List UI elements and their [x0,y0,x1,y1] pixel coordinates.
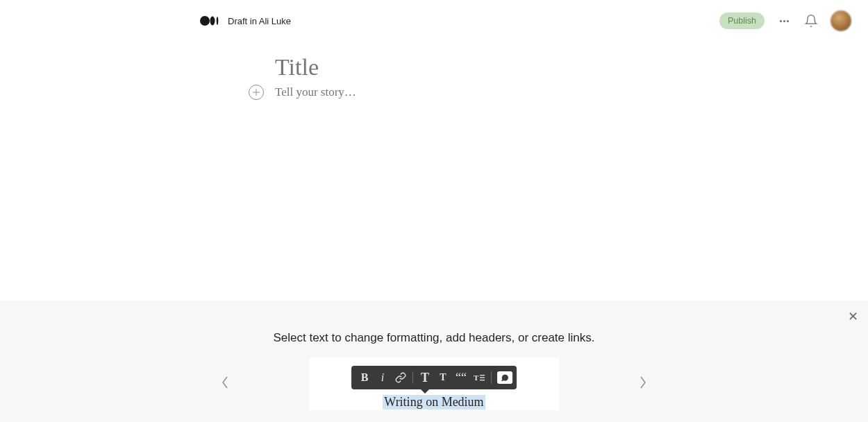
toolbar-separator [491,371,492,384]
draft-label: Draft in Ali Luke [228,16,291,26]
svg-rect-7 [480,378,485,378]
hint-preview-card: B i T T ““ T [309,357,559,410]
header: Draft in Ali Luke Publish [0,0,868,42]
hint-panel: ✕ Select text to change formatting, add … [0,301,868,422]
chevron-left-icon[interactable] [215,370,235,398]
svg-point-0 [200,16,210,26]
hint-carousel: B i T T ““ T [0,357,868,410]
svg-point-1 [210,17,215,26]
avatar[interactable] [831,10,851,31]
body-input[interactable] [275,85,660,99]
sample-selected-text: Writing on Medium [383,395,485,410]
header-right: Publish [719,10,851,31]
small-heading-button[interactable]: T [434,369,452,386]
add-content-button[interactable] [249,85,264,100]
private-note-icon[interactable] [497,371,512,384]
big-heading-button[interactable]: T [416,369,434,386]
svg-rect-8 [480,380,485,380]
medium-logo-icon[interactable] [200,15,219,26]
notifications-icon[interactable] [804,14,818,28]
svg-rect-6 [480,375,485,375]
formatting-toolbar: B i T T ““ T [351,366,517,389]
editor [275,54,660,100]
close-icon[interactable]: ✕ [848,310,858,323]
link-icon[interactable] [392,369,410,386]
publish-button[interactable]: Publish [719,12,765,29]
svg-text:T: T [474,373,479,382]
dropcap-icon[interactable]: T [470,369,488,386]
svg-point-2 [217,17,219,25]
chevron-right-icon[interactable] [633,370,653,398]
body-row [249,85,660,100]
italic-button[interactable]: i [374,369,392,386]
toolbar-separator [412,371,413,384]
more-options-button[interactable] [777,17,792,25]
bold-button[interactable]: B [356,369,374,386]
header-left: Draft in Ali Luke [200,15,291,26]
hint-text: Select text to change formatting, add he… [0,331,868,345]
title-input[interactable] [275,54,660,81]
quote-button[interactable]: ““ [452,369,470,386]
